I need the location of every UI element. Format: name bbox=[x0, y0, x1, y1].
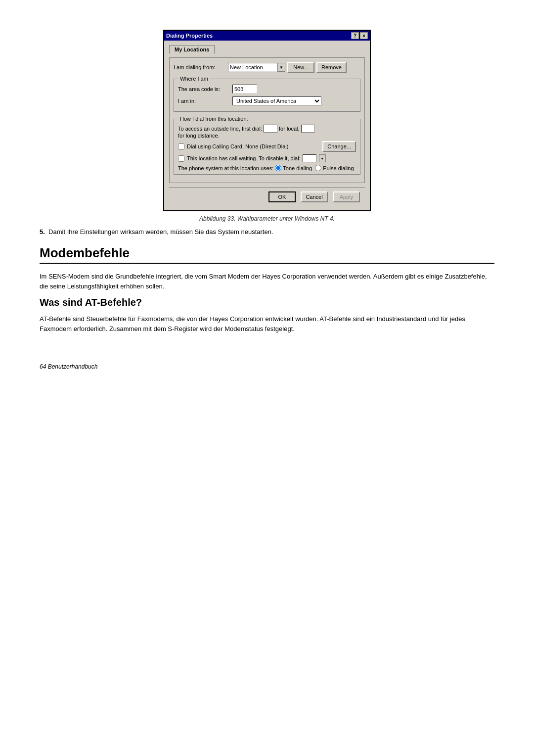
dialing-properties-dialog: Dialing Properties ? × My Locations I am… bbox=[163, 30, 371, 211]
call-waiting-row: This location has call waiting. To disab… bbox=[178, 154, 356, 162]
step-5-number: 5. bbox=[40, 228, 45, 236]
subsection-title: Was sind AT-Befehle? bbox=[40, 297, 494, 308]
dialing-from-row: I am dialing from: New Location ▼ New...… bbox=[174, 62, 360, 73]
location-input[interactable]: New Location bbox=[228, 63, 277, 72]
help-button[interactable]: ? bbox=[351, 32, 359, 39]
screenshot-area: Dialing Properties ? × My Locations I am… bbox=[40, 30, 494, 222]
phone-system-label: The phone system at this location uses: bbox=[178, 165, 273, 171]
area-code-input[interactable] bbox=[232, 85, 257, 94]
area-code-label: The area code is: bbox=[178, 86, 232, 92]
tone-dialing-label: Tone dialing bbox=[283, 165, 312, 171]
i-am-in-label: I am in: bbox=[178, 98, 232, 104]
outside-line-text: To access an outside line, first dial: bbox=[178, 126, 262, 132]
call-waiting-dropdown[interactable]: ▼ bbox=[319, 154, 326, 162]
where-i-am-legend: Where I am bbox=[178, 76, 210, 82]
location-value: New Location bbox=[230, 64, 263, 70]
call-waiting-input[interactable] bbox=[303, 154, 316, 162]
tab-my-locations[interactable]: My Locations bbox=[169, 45, 215, 54]
call-waiting-label: This location has call waiting. To disab… bbox=[187, 155, 301, 161]
pulse-dialing-label: Pulse dialing bbox=[323, 165, 354, 171]
change-button[interactable]: Change... bbox=[322, 141, 356, 152]
close-button[interactable]: × bbox=[360, 32, 368, 39]
where-i-am-group: Where I am The area code is: I am in: Un… bbox=[174, 76, 360, 112]
phone-system-row: The phone system at this location uses: … bbox=[178, 165, 356, 171]
subsection-body1: AT-Befehle sind Steuerbefehle für Faxmod… bbox=[40, 314, 494, 333]
page-number: 64 Benutzerhandbuch bbox=[40, 363, 494, 370]
apply-button[interactable]: Apply bbox=[333, 191, 360, 202]
titlebar-buttons: ? × bbox=[351, 32, 368, 39]
location-dropdown-arrow[interactable]: ▼ bbox=[277, 63, 285, 72]
cancel-button[interactable]: Cancel bbox=[301, 191, 328, 202]
how-i-dial-legend: How I dial from this location: bbox=[178, 116, 250, 122]
local-outside-input[interactable] bbox=[264, 125, 277, 133]
dialing-from-label: I am dialing from: bbox=[174, 64, 228, 70]
figure-caption: Abbildung 33. Wahlparameter unter Window… bbox=[199, 215, 335, 222]
for-long-distance-label: for long distance. bbox=[178, 133, 220, 139]
how-i-dial-group: How I dial from this location: To access… bbox=[174, 116, 360, 175]
calling-card-checkbox[interactable] bbox=[178, 143, 184, 150]
section-body1: Im SENS-Modem sind die Grundbefehle inte… bbox=[40, 272, 494, 291]
tab-content: I am dialing from: New Location ▼ New...… bbox=[169, 57, 365, 183]
new-button[interactable]: New... bbox=[287, 62, 314, 73]
dialog-title: Dialing Properties bbox=[166, 33, 213, 39]
dialog-footer: OK Cancel Apply bbox=[169, 187, 365, 206]
ok-button[interactable]: OK bbox=[268, 191, 296, 202]
step-5-content: Damit Ihre Einstellungen wirksam werden,… bbox=[48, 228, 273, 236]
dialog-body: My Locations I am dialing from: New Loca… bbox=[164, 41, 370, 210]
outside-line-row: To access an outside line, first dial: f… bbox=[178, 125, 356, 139]
section-title: Modembefehle bbox=[40, 245, 494, 264]
calling-card-label: Dial using Calling Card: bbox=[187, 143, 244, 149]
dialog-titlebar: Dialing Properties ? × bbox=[164, 31, 370, 41]
tab-bar: My Locations bbox=[169, 45, 365, 53]
pulse-radio[interactable] bbox=[315, 165, 321, 171]
tone-radio[interactable] bbox=[275, 165, 281, 171]
for-local-label: for local, bbox=[279, 126, 300, 132]
country-select-wrapper: United States of America bbox=[232, 96, 321, 105]
area-code-row: The area code is: bbox=[178, 85, 356, 94]
country-select[interactable]: United States of America bbox=[232, 96, 321, 105]
long-distance-outside-input[interactable] bbox=[301, 125, 315, 133]
call-waiting-checkbox[interactable] bbox=[178, 155, 184, 162]
remove-button[interactable]: Remove bbox=[316, 62, 347, 73]
calling-card-value: None (Direct Dial) bbox=[245, 143, 288, 149]
page-content: Dialing Properties ? × My Locations I am… bbox=[40, 30, 494, 370]
step-5-text: 5. Damit Ihre Einstellungen wirksam werd… bbox=[40, 228, 494, 236]
i-am-in-row: I am in: United States of America bbox=[178, 96, 356, 105]
location-select-wrap: New Location ▼ bbox=[228, 63, 285, 72]
calling-card-row: Dial using Calling Card: None (Direct Di… bbox=[178, 141, 356, 152]
